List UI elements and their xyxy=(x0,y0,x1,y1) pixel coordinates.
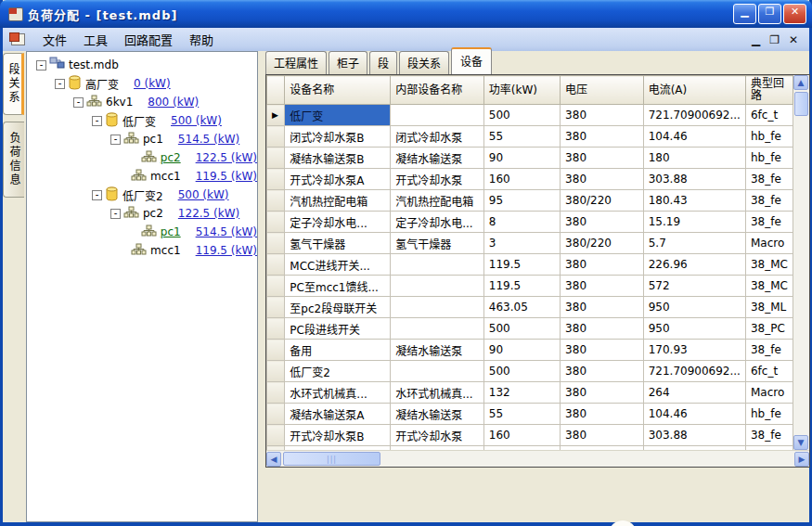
grid-cell[interactable]: 380 xyxy=(561,382,644,404)
grid-cell[interactable]: 8 xyxy=(483,212,560,233)
mdi-minimize-icon[interactable]: ▁ xyxy=(752,33,760,46)
grid-cell[interactable] xyxy=(391,318,484,340)
grid-cell[interactable]: hb_fe xyxy=(745,404,793,425)
grid-cell[interactable]: 至pc2段母联开关 xyxy=(285,297,391,318)
tree-node-load-link[interactable]: 122.5 (kW) xyxy=(178,207,239,220)
grid-cell[interactable]: 303.88 xyxy=(643,425,745,446)
grid-cell[interactable] xyxy=(391,297,484,318)
grid-cell[interactable]: PC段进线开关 xyxy=(285,318,391,340)
grid-cell[interactable] xyxy=(391,276,484,297)
tree-node-load-link[interactable]: 514.5 (kW) xyxy=(196,225,257,238)
scroll-down-icon[interactable]: ▼ xyxy=(793,435,808,450)
grid-cell[interactable]: Macro xyxy=(745,233,793,254)
tree-node-label[interactable]: pc1 xyxy=(161,225,181,238)
grid-cell[interactable]: 380 xyxy=(561,404,644,425)
tree-node-load-link[interactable]: 800 (kW) xyxy=(148,96,199,109)
grid-cell[interactable]: 132 xyxy=(483,382,560,404)
maximize-button[interactable]: ❐ xyxy=(758,4,781,24)
tab-item[interactable]: 段关系 xyxy=(399,51,449,74)
row-header[interactable] xyxy=(267,425,285,446)
grid-cell[interactable]: 闭式冷却水泵 xyxy=(391,126,484,148)
tab-item[interactable]: 柜子 xyxy=(329,51,367,74)
tree-collapse-icon[interactable]: - xyxy=(92,190,102,200)
grid-cell[interactable]: 氢气干燥器 xyxy=(285,233,391,254)
menu-item[interactable]: 帮助 xyxy=(181,28,222,51)
grid-cell[interactable]: 160 xyxy=(483,169,560,190)
grid-cell[interactable]: 500 xyxy=(483,318,560,340)
grid-cell[interactable]: 90 xyxy=(483,148,560,169)
side-tab-item[interactable]: 负荷信息 xyxy=(3,122,24,198)
grid-cell[interactable]: 380 xyxy=(561,297,644,318)
tree-node-load-link[interactable]: 122.5 (kW) xyxy=(196,151,257,164)
grid-cell[interactable]: 定子冷却水电... xyxy=(391,212,484,233)
grid-cell[interactable]: 303.88 xyxy=(643,169,745,190)
tab-selected[interactable]: 设备 xyxy=(451,47,492,74)
grid-cell[interactable]: 凝结水输送泵 xyxy=(391,404,484,425)
tree-node-label[interactable]: 6kv1 xyxy=(106,96,133,109)
row-header[interactable] xyxy=(267,382,285,404)
tree-node-load-link[interactable]: 500 (kW) xyxy=(171,114,222,127)
grid-cell[interactable]: 6fc_t xyxy=(745,105,793,126)
grid-cell[interactable] xyxy=(391,254,484,276)
grid-cell[interactable]: 凝结水输送泵 xyxy=(391,148,484,169)
grid-cell[interactable]: 380 xyxy=(561,212,644,233)
tree-node-load-link[interactable]: 500 (kW) xyxy=(178,188,229,201)
grid-cell[interactable]: 380 xyxy=(561,105,644,126)
grid-cell[interactable]: 氢气干燥器 xyxy=(391,233,484,254)
grid-cell[interactable]: 721.70900692... xyxy=(643,361,745,382)
grid-cell[interactable]: 721.70900692... xyxy=(643,105,745,126)
row-header[interactable] xyxy=(267,233,285,254)
tree-collapse-icon[interactable]: - xyxy=(110,209,121,219)
tree-node-label[interactable]: pc2 xyxy=(161,151,181,164)
grid-cell[interactable]: 380 xyxy=(561,425,644,446)
grid-cell[interactable]: PC至mcc1馈线... xyxy=(285,276,391,297)
grid-cell[interactable]: 汽机热控配电箱 xyxy=(391,190,484,212)
horizontal-scrollbar[interactable]: ◀ ||| ▶ xyxy=(266,450,809,467)
grid-cell[interactable] xyxy=(391,361,484,382)
row-header[interactable] xyxy=(267,318,285,340)
tree-collapse-icon[interactable]: - xyxy=(110,135,121,145)
tab-item[interactable]: 段 xyxy=(369,51,397,74)
grid-cell[interactable]: 380/220 xyxy=(561,233,644,254)
grid-cell[interactable]: 开式冷却水泵B xyxy=(285,425,391,446)
tree-node-load-link[interactable]: 514.5 (kW) xyxy=(178,133,239,146)
vertical-scroll-thumb[interactable] xyxy=(794,92,808,116)
grid-cell[interactable]: hb_fe xyxy=(745,148,793,169)
row-header[interactable] xyxy=(267,297,285,318)
grid-cell[interactable]: 6fc_t xyxy=(745,361,793,382)
grid-cell[interactable]: 凝结水输送泵B xyxy=(285,148,391,169)
grid-cell[interactable]: 备用 xyxy=(285,340,391,361)
grid-cell[interactable]: 开式冷却水泵 xyxy=(391,425,484,446)
tree-node-load-link[interactable]: 119.5 (kW) xyxy=(196,170,257,183)
grid-cell[interactable]: 180.43 xyxy=(643,190,745,212)
column-header[interactable]: 设备名称 xyxy=(285,76,391,105)
tree-collapse-icon[interactable]: - xyxy=(92,116,102,126)
grid-cell[interactable]: 开式冷却水泵 xyxy=(391,169,484,190)
grid-cell[interactable]: 低厂变2 xyxy=(285,361,391,382)
horizontal-scroll-thumb[interactable]: ||| xyxy=(283,452,380,466)
tree-node-load-link[interactable]: 119.5 (kW) xyxy=(196,244,257,257)
grid-cell[interactable]: hb_fe xyxy=(745,126,793,148)
grid-cell[interactable]: 500 xyxy=(483,361,560,382)
grid-cell[interactable]: 95 xyxy=(483,190,560,212)
grid-cell[interactable]: 950 xyxy=(643,297,745,318)
grid-cell[interactable]: 38_fe xyxy=(745,169,793,190)
grid-cell[interactable]: 定子冷却水电... xyxy=(285,212,391,233)
grid-cell[interactable]: Macro xyxy=(745,382,793,404)
vertical-scrollbar[interactable]: ▲ ▼ xyxy=(793,75,809,450)
grid-cell[interactable]: 500 xyxy=(483,105,560,126)
mdi-close-icon[interactable]: ✕ xyxy=(789,33,798,46)
tree-node-label[interactable]: 低厂变2 xyxy=(122,187,163,203)
grid-cell[interactable]: 开式冷却水泵A xyxy=(285,169,391,190)
tree-node-label[interactable]: 低厂变 xyxy=(122,113,156,129)
tab-item[interactable]: 工程属性 xyxy=(265,51,327,74)
column-header[interactable]: 典型回路 xyxy=(745,76,793,105)
grid-cell[interactable]: 380 xyxy=(561,148,644,169)
scroll-left-icon[interactable]: ◀ xyxy=(266,452,281,467)
grid-cell[interactable]: 3 xyxy=(483,233,560,254)
row-header[interactable] xyxy=(267,254,285,276)
grid-cell[interactable]: 38_fe xyxy=(745,425,793,446)
grid-cell[interactable]: 38_fe xyxy=(745,190,793,212)
row-header[interactable] xyxy=(267,126,285,148)
grid-cell[interactable]: 463.05 xyxy=(483,297,560,318)
